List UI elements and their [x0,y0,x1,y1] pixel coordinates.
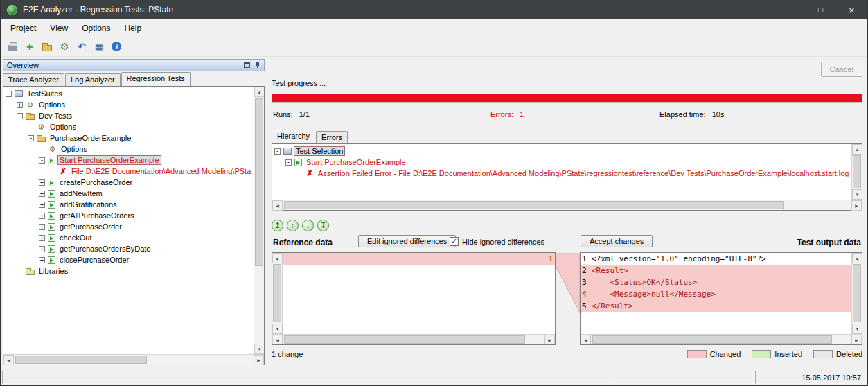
scrollbar-thumb[interactable] [592,335,832,344]
scroll-up-icon[interactable]: ▲ [272,253,283,263]
expand-icon[interactable]: + [39,213,45,219]
scroll-up-icon[interactable]: ▲ [852,253,862,263]
scroll-down-icon[interactable]: ▼ [852,324,862,334]
collapse-icon[interactable]: - [17,113,23,119]
undo-icon: ↶ [78,41,86,52]
overview-tabs: Trace Analyzer Log Analyzer Regression T… [3,71,265,86]
elapsed-stat: Elapsed time:10s [659,110,724,119]
tree-item-options[interactable]: ⚙Options [3,121,254,132]
tree-item-test-selection[interactable]: -Test Selection [272,146,851,157]
pin-icon[interactable] [255,62,260,69]
tree-item-assertion-failed-error-file-d-e2e-docume[interactable]: ✗Assertion Failed Error - File D:\E2E Do… [272,168,851,179]
tree-item-label: getPurchaseOrdersByDate [58,245,152,253]
menu-project[interactable]: Project [3,21,43,36]
first-difference-button[interactable]: ↥ [272,220,283,231]
tab-hierarchy[interactable]: Hierarchy [272,130,315,143]
scrollbar-thumb[interactable] [273,264,281,322]
open-button[interactable] [40,40,54,53]
tree-item-purchaseorderexample[interactable]: -PurchaseOrderExample [3,132,254,143]
collapse-icon[interactable]: - [28,135,34,141]
tree-item-file-d-e2e-documentation-advanced-modeli[interactable]: ✗File D:\E2E Documentation\Advanced Mode… [3,166,254,177]
vertical-scrollbar: ▲ ▼ [272,253,283,334]
tree-item-start-purchaseorderexample[interactable]: -Start PurchaseOrderExample [3,155,254,166]
collapse-icon[interactable]: - [6,91,12,97]
tab-errors[interactable]: Errors [316,131,348,143]
tree-item-label: addNewItem [58,189,104,198]
expand-icon[interactable]: + [39,257,45,263]
undo-button[interactable]: ↶ [75,40,89,53]
tree-item-addnewitem[interactable]: +addNewItem [3,188,254,199]
tree-item-createpurchaseorder[interactable]: +createPurchaseOrder [3,177,254,188]
info-button[interactable]: i [109,40,123,53]
close-button[interactable]: × [836,0,867,19]
tree-item-checkout[interactable]: +checkOut [3,232,254,243]
tree-item-start-purchaseorderexample[interactable]: -Start PurchaseOrderExample [272,157,851,168]
scroll-down-icon[interactable]: ▼ [254,344,264,354]
scrollbar-thumb[interactable] [853,264,861,322]
maximize-button[interactable]: □ [805,0,836,19]
expand-icon[interactable]: + [17,102,23,108]
tree-item-libraries[interactable]: Libraries [3,265,254,277]
expand-icon[interactable]: + [39,202,45,208]
last-difference-button[interactable]: ↧ [317,220,329,231]
scroll-right-icon[interactable]: ▶ [254,355,264,365]
settings-button[interactable]: ⚙ [57,40,71,53]
collapse-icon[interactable]: - [39,157,45,164]
scrollbar-thumb[interactable] [284,201,784,209]
open-folder-icon [42,45,52,51]
tree-item-testsuites[interactable]: -TestSuites [3,88,254,99]
menu-options[interactable]: Options [75,21,117,36]
tab-trace-analyzer[interactable]: Trace Analyzer [3,73,64,86]
scroll-right-icon[interactable]: ▶ [851,335,862,345]
print-button[interactable] [6,40,19,53]
tree-item-options[interactable]: ⚙Options [3,143,254,155]
accept-changes-button[interactable]: Accept changes [581,235,653,247]
add-button[interactable]: + [23,40,37,53]
test-output-data-pane: 1<?xml version="1.0" encoding="UTF-8"?>2… [580,252,862,345]
hide-ignored-differences-checkbox[interactable]: ✓ [450,237,459,246]
scroll-up-icon[interactable]: ▲ [852,144,862,155]
run-stats: Runs:1/1 Errors:1 Elapsed time:10s [272,109,862,121]
tree-item-getpurchaseordersbydate[interactable]: +getPurchaseOrdersByDate [3,243,254,254]
tab-regression-tests[interactable]: Regression Tests [121,72,191,86]
collapse-icon[interactable]: - [274,148,281,155]
tree-item-getpurchaseorder[interactable]: +getPurchaseOrder [3,221,254,232]
scroll-right-icon[interactable]: ▶ [544,335,555,345]
folder-icon [37,137,46,142]
expand-icon[interactable]: + [39,179,45,186]
edit-ignored-differences-button[interactable]: Edit ignored differences [358,235,456,247]
scroll-left-icon[interactable]: ◀ [272,200,283,211]
tree-item-options[interactable]: +⚙Options [3,99,254,110]
expand-icon[interactable]: + [39,224,45,230]
menu-help[interactable]: Help [118,21,149,36]
export-button[interactable]: ▦ [92,40,106,53]
expand-icon[interactable]: + [39,235,45,241]
collapse-icon[interactable]: - [285,159,292,166]
panel-splitter[interactable] [265,59,269,365]
expand-icon[interactable]: + [39,246,45,252]
scroll-right-icon[interactable]: ▶ [851,200,862,211]
scroll-down-icon[interactable]: ▼ [852,189,862,200]
cancel-button[interactable]: Cancel [821,62,862,77]
scrollbar-thumb[interactable] [853,155,861,188]
tree-item-getallpurchaseorders[interactable]: +getAllPurchaseOrders [3,210,254,221]
previous-difference-button[interactable]: ↑ [287,220,299,231]
next-difference-button[interactable]: ↓ [302,220,314,231]
scroll-down-icon[interactable]: ▼ [272,324,283,334]
legend-changed: Changed [687,350,741,358]
expand-icon[interactable]: + [39,191,45,197]
scroll-left-icon[interactable]: ◀ [581,335,591,345]
scrollbar-thumb[interactable] [284,335,525,344]
scroll-left-icon[interactable]: ◀ [272,335,283,345]
float-panel-icon[interactable] [244,62,250,68]
minimize-button[interactable]: — [774,0,805,19]
tree-item-addgratifications[interactable]: +addGratifications [3,199,254,210]
scrollbar-thumb[interactable] [255,98,263,266]
tree-item-closepurchaseorder[interactable]: +closePurchaseOrder [3,254,254,265]
scroll-up-icon[interactable]: ▲ [254,87,264,97]
scrollbar-thumb[interactable] [15,356,147,364]
menu-view[interactable]: View [43,21,75,36]
scroll-left-icon[interactable]: ◀ [3,355,14,365]
tree-item-dev-tests[interactable]: -Dev Tests [3,110,254,121]
tab-log-analyzer[interactable]: Log Analyzer [65,73,121,86]
